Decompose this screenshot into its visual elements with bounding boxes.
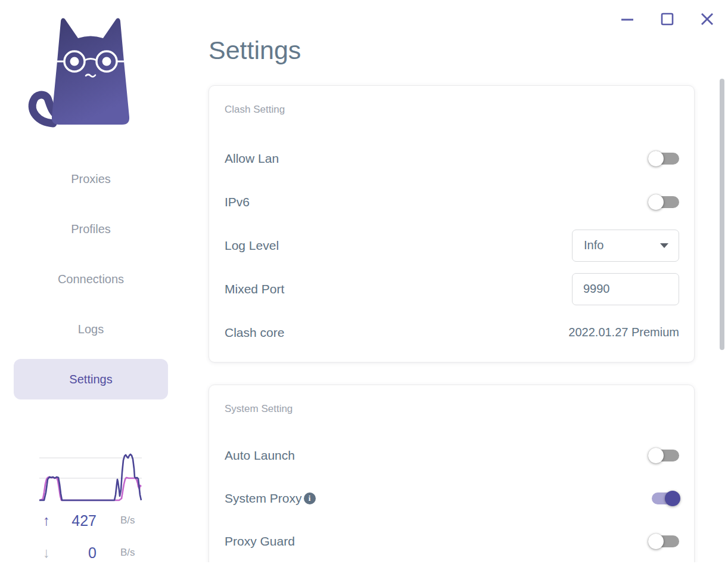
allow-lan-label: Allow Lan [225, 151, 279, 166]
clash-core-version: 2022.01.27 Premium [568, 326, 679, 339]
system-proxy-toggle[interactable] [649, 490, 679, 507]
toggle-thumb [648, 448, 664, 463]
toggle-thumb [648, 194, 664, 210]
mixed-port-row: Mixed Port [225, 267, 679, 311]
ipv6-label: IPv6 [225, 195, 250, 209]
ipv6-row: IPv6 [225, 180, 679, 224]
mixed-port-label: Mixed Port [225, 282, 284, 296]
minimize-button[interactable] [620, 11, 635, 27]
ipv6-toggle[interactable] [649, 194, 679, 210]
maximize-button[interactable] [659, 11, 675, 27]
proxy-guard-label: Proxy Guard [225, 534, 295, 549]
log-level-select[interactable]: Info [572, 230, 679, 262]
toggle-thumb [648, 534, 664, 549]
titlebar-controls [620, 11, 715, 27]
log-level-selected-value: Info [584, 238, 603, 252]
toggle-thumb [648, 151, 664, 166]
clash-core-row: Clash core 2022.01.27 Premium [225, 311, 679, 354]
system-proxy-row: System Proxy i [225, 477, 679, 520]
chevron-down-icon [660, 243, 668, 248]
proxy-guard-toggle[interactable] [649, 533, 679, 550]
close-icon [699, 11, 715, 27]
log-level-label: Log Level [225, 238, 279, 253]
close-button[interactable] [699, 11, 715, 27]
auto-launch-toggle[interactable] [649, 447, 679, 464]
settings-scroll-area[interactable]: Settings Clash Setting Allow Lan IPv6 [0, 0, 717, 562]
allow-lan-toggle[interactable] [649, 150, 679, 167]
mixed-port-input[interactable] [572, 273, 679, 305]
minimize-icon [620, 11, 635, 27]
info-icon[interactable]: i [304, 492, 316, 504]
log-level-row: Log Level Info [225, 224, 679, 267]
allow-lan-row: Allow Lan [225, 137, 679, 180]
card-section-title: Clash Setting [225, 86, 679, 126]
auto-launch-row: Auto Launch [225, 434, 679, 477]
maximize-icon [659, 11, 675, 27]
system-setting-card: System Setting Auto Launch System Proxy … [209, 385, 695, 562]
system-proxy-label-text: System Proxy [225, 491, 302, 506]
card-section-title: System Setting [225, 385, 679, 426]
clash-setting-card: Clash Setting Allow Lan IPv6 [209, 85, 695, 363]
proxy-guard-row: Proxy Guard [225, 520, 679, 562]
auto-launch-label: Auto Launch [225, 448, 295, 463]
scrollbar-thumb[interactable] [720, 79, 724, 350]
toggle-thumb [665, 491, 680, 506]
app-window: Proxies Profiles Connections Logs Settin… [0, 0, 728, 570]
system-proxy-label: System Proxy i [225, 491, 316, 506]
clash-core-label: Clash core [225, 326, 284, 340]
page-title: Settings [209, 36, 301, 65]
